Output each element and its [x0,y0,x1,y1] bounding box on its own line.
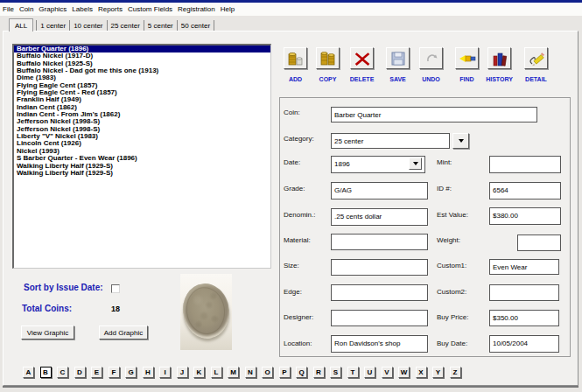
letter-button[interactable]: V [382,367,393,378]
add-button[interactable] [284,47,307,69]
save-button[interactable] [386,47,410,69]
letter-button[interactable]: O [262,367,273,378]
letter-button[interactable]: X [416,367,427,378]
find-button[interactable] [455,47,479,69]
copy-button[interactable] [316,47,340,69]
history-button[interactable] [487,47,511,69]
size-field[interactable] [331,259,428,276]
letter-button[interactable]: Y [432,367,444,378]
mint-field[interactable] [489,156,561,173]
undo-button[interactable] [419,47,443,69]
delete-button[interactable] [350,47,374,69]
custom1-field[interactable]: Even Wear [489,259,559,275]
letter-button[interactable]: D [74,367,86,378]
copy-coins-icon [319,50,338,67]
letter-button[interactable]: J [177,367,188,378]
coin-image [180,281,232,342]
letter-button[interactable]: T [347,367,359,378]
buy-price-field-label: Buy Price: [437,313,468,321]
detail-pencil-icon [527,50,546,67]
edge-field[interactable] [331,284,428,301]
delete-x-icon [353,50,372,67]
denomination-field-label: Denomin.: [284,211,315,219]
history-books-icon [490,50,509,67]
coin-field[interactable]: Barber Quarter [331,107,537,122]
letter-button[interactable]: K [193,367,205,378]
id-field[interactable]: 6564 [489,182,561,200]
denomination-field[interactable]: .25 cents dollar [331,208,428,226]
menu-item[interactable]: Graphics [36,5,69,13]
buy-date-field[interactable]: 10/05/2004 [489,335,559,353]
menu-item[interactable]: Help [218,5,237,13]
letter-button[interactable]: W [398,367,410,378]
add-graphic-button[interactable]: Add Graphic [99,326,148,340]
date-dropdown-button[interactable] [409,158,422,170]
buy-price-field[interactable]: $350.00 [489,310,559,326]
menu-item[interactable]: Custom Fields [125,5,175,13]
letter-button[interactable]: I [159,367,171,378]
letter-button[interactable]: B [40,367,52,378]
tab-page: Barber Quarter (1896)Buffalo Nickel (191… [3,31,578,386]
letter-button[interactable]: C [57,367,68,378]
menu-item[interactable]: Coin [17,5,36,13]
letter-button[interactable]: P [279,367,291,378]
delete-button-label: DELETE [341,76,382,82]
alphabet-bar: ABCDEFGHIJKLMNOPQRSTUVWXYZ [23,367,461,378]
weight-field[interactable] [517,234,561,251]
letter-button[interactable]: A [23,367,34,378]
coin-rim [183,284,228,337]
custom2-field-label: Custom2: [437,288,466,296]
buy-date-field-label: Buy Date: [437,340,467,347]
id-field-label: ID #: [437,185,452,192]
material-field[interactable] [331,234,428,250]
category-dropdown-button[interactable] [452,133,469,149]
coin-list-item[interactable]: Walking Liberty Half (1929-S) [14,170,270,177]
add-coins-icon [286,50,305,67]
grade-field[interactable]: G/AG [331,182,428,200]
total-coins-label: Total Coins: [22,304,72,313]
letter-button[interactable]: Z [450,367,461,378]
letter-button[interactable]: G [125,367,137,378]
letter-button[interactable]: H [143,367,154,378]
category-field-label: Category: [284,135,314,143]
letter-button[interactable]: N [245,367,256,378]
letter-button[interactable]: R [313,367,325,378]
detail-button-label: DETAIL [515,76,557,82]
letter-button[interactable]: L [211,367,222,378]
sort-by-issue-date-label: Sort by Issue Date: [24,283,103,292]
menu-item[interactable]: Labels [69,5,95,13]
save-floppy-icon [389,50,408,67]
letter-button[interactable]: U [364,367,375,378]
coin-list[interactable]: Barber Quarter (1896)Buffalo Nickel (191… [12,44,271,269]
chevron-down-icon [459,139,464,143]
find-flashlight-icon [458,50,477,67]
coin-photo [180,274,232,350]
designer-field[interactable] [331,310,428,326]
menu-item[interactable]: Registration [175,5,218,13]
category-field[interactable]: 25 center [331,133,450,149]
letter-button[interactable]: E [91,367,102,378]
total-coins-value: 18 [111,304,120,313]
grade-field-label: Grade: [284,185,305,192]
letter-button[interactable]: Q [296,367,307,378]
menu-item[interactable]: File [0,5,17,13]
detail-button[interactable] [524,47,548,69]
custom2-field[interactable] [489,284,559,301]
size-field-label: Size: [284,262,299,270]
view-graphic-button[interactable]: View Graphic [21,326,74,340]
est-value-field-label: Est Value: [437,211,468,219]
mint-field-label: Mint: [437,158,452,166]
menu-item[interactable]: Reports [95,5,125,13]
edge-field-label: Edge: [284,288,302,296]
letter-button[interactable]: F [109,367,120,378]
location-field-label: Location: [284,340,312,347]
letter-button[interactable]: M [228,367,239,378]
sort-by-issue-date-checkbox[interactable] [111,284,120,293]
est-value-field[interactable]: $380.00 [489,207,561,225]
tab-strip: ALL1 center10 center25 center5 center50 … [9,18,214,32]
location-field[interactable]: Ron Davidson's shop [331,335,428,353]
history-button-label: HISTORY [479,76,520,82]
undo-arrow-icon [422,50,441,67]
tab[interactable]: ALL [9,18,33,32]
letter-button[interactable]: S [330,367,341,378]
